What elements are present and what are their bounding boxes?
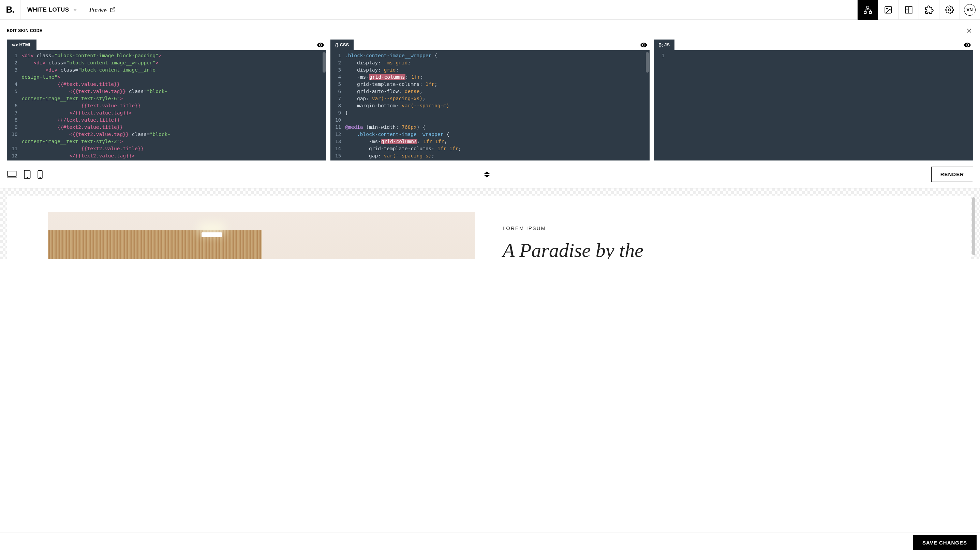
- preview-link[interactable]: Preview: [90, 7, 116, 13]
- html-code-area[interactable]: 1 2 3 4 5 6 7 8 9 10 11 12 13 14 15 16 1…: [7, 50, 326, 160]
- svg-point-14: [40, 177, 41, 178]
- css-visibility-toggle[interactable]: [638, 41, 649, 49]
- device-tablet-icon[interactable]: [24, 170, 31, 179]
- js-tab[interactable]: (); JS: [654, 40, 675, 50]
- nav-settings-icon[interactable]: [939, 0, 959, 20]
- preview-scrollbar[interactable]: [972, 197, 975, 255]
- nav-extension-icon[interactable]: [919, 0, 939, 20]
- nav-panels-icon[interactable]: [898, 0, 919, 20]
- html-code-body[interactable]: <div class="block-content-image block-pa…: [20, 50, 326, 160]
- avatar-wrap: VN: [959, 0, 980, 20]
- js-visibility-toggle[interactable]: [962, 41, 973, 49]
- html-scrollbar[interactable]: [323, 52, 326, 73]
- js-gutter: 1: [654, 50, 667, 160]
- chevron-down-icon: [73, 8, 77, 12]
- panel-title: EDIT SKIN CODE: [7, 28, 42, 33]
- svg-point-5: [886, 8, 887, 9]
- js-editor: (); JS 1: [654, 40, 973, 160]
- css-gutter: 1 2 3 4 5 6 7 8 9 10 11 12 13 14 15 16 1…: [331, 50, 344, 160]
- svg-marker-15: [484, 171, 490, 174]
- external-link-icon: [110, 7, 116, 13]
- css-code-area[interactable]: 1 2 3 4 5 6 7 8 9 10 11 12 13 14 15 16 1…: [331, 50, 650, 160]
- preview-eyebrow: LOREM IPSUM: [503, 225, 930, 231]
- nav-image-icon[interactable]: [878, 0, 898, 20]
- preview-headline: A Paradise by the: [503, 241, 930, 259]
- top-bar: B. WHITE LOTUS Preview VN: [0, 0, 980, 20]
- user-avatar[interactable]: VN: [964, 4, 975, 16]
- html-gutter: 1 2 3 4 5 6 7 8 9 10 11 12 13 14 15 16 1…: [7, 50, 20, 160]
- svg-marker-16: [484, 175, 490, 178]
- preview-link-label: Preview: [90, 7, 107, 13]
- css-code-body[interactable]: .block-content-image__wrapper { display:…: [344, 50, 649, 160]
- device-mobile-icon[interactable]: [38, 170, 43, 179]
- svg-rect-1: [867, 6, 869, 8]
- nav-layout-icon[interactable]: [857, 0, 878, 20]
- logo[interactable]: B.: [0, 0, 21, 20]
- resize-handle-icon[interactable]: [482, 171, 492, 178]
- html-visibility-toggle[interactable]: [315, 41, 326, 49]
- svg-point-6: [948, 8, 951, 11]
- css-tab[interactable]: {} CSS: [331, 40, 353, 50]
- top-nav-icons: VN: [857, 0, 980, 20]
- preview-toolbar: RENDER: [0, 160, 980, 188]
- site-selector[interactable]: WHITE LOTUS: [21, 6, 82, 13]
- css-scrollbar[interactable]: [646, 52, 649, 73]
- render-button[interactable]: RENDER: [931, 167, 973, 182]
- preview-canvas[interactable]: LOREM IPSUM A Paradise by the: [7, 195, 971, 259]
- svg-rect-3: [869, 11, 872, 14]
- js-code-body[interactable]: [667, 50, 973, 160]
- preview-area: LOREM IPSUM A Paradise by the: [0, 188, 980, 259]
- svg-line-0: [113, 8, 115, 10]
- html-tab[interactable]: </> HTML: [7, 40, 37, 50]
- svg-point-12: [27, 177, 28, 178]
- divider-line: [503, 212, 930, 212]
- close-icon[interactable]: [965, 27, 973, 35]
- device-desktop-icon[interactable]: [7, 170, 17, 179]
- preview-text-block: LOREM IPSUM A Paradise by the: [503, 212, 930, 259]
- svg-rect-2: [864, 11, 867, 14]
- site-name-label: WHITE LOTUS: [27, 6, 69, 13]
- preview-image: [48, 212, 475, 259]
- js-code-area[interactable]: 1: [654, 50, 973, 160]
- css-editor: {} CSS 1 2 3 4 5 6 7 8 9 10 11 12 13 14 …: [331, 40, 650, 160]
- html-editor: </> HTML 1 2 3 4 5 6 7 8 9 10 11 12 13 1…: [7, 40, 326, 160]
- panel-header: EDIT SKIN CODE: [0, 20, 980, 40]
- svg-rect-9: [8, 171, 16, 176]
- code-editors: </> HTML 1 2 3 4 5 6 7 8 9 10 11 12 13 1…: [0, 40, 980, 160]
